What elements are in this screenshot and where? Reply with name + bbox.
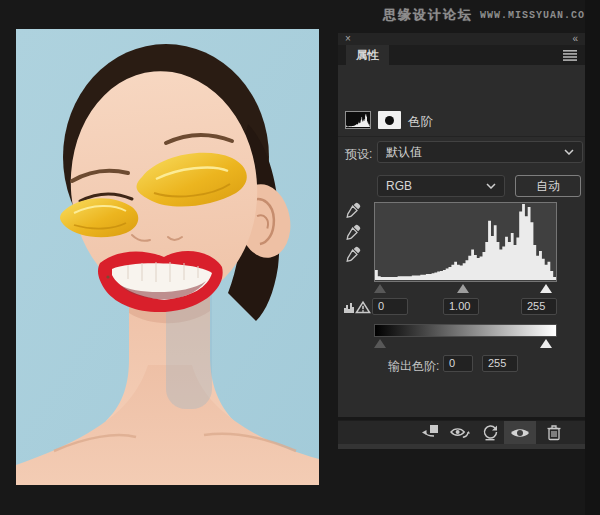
properties-panel: × « 属性 色阶 预设: 默认值 RGB (338, 33, 585, 417)
visibility-button[interactable] (504, 421, 536, 444)
panel-title-bar: × « (338, 33, 585, 45)
panel-bottom-edge[interactable] (338, 444, 585, 449)
preset-label: 预设: (345, 146, 372, 163)
auto-button[interactable]: 自动 (515, 175, 581, 197)
tab-properties[interactable]: 属性 (346, 45, 389, 65)
panel-menu-icon[interactable] (563, 50, 577, 61)
collapse-panel-icon[interactable]: « (572, 33, 578, 45)
gray-point-eyedropper-icon[interactable] (344, 223, 362, 241)
layer-mask-icon[interactable] (378, 111, 401, 129)
levels-histogram[interactable] (374, 202, 557, 282)
eye-icon (510, 427, 530, 439)
view-previous-state-icon[interactable] (450, 424, 470, 441)
close-icon[interactable]: × (345, 33, 351, 45)
input-highlight-field[interactable]: 255 (521, 298, 557, 315)
output-levels-label: 输出色阶: (388, 358, 439, 375)
delete-icon[interactable] (544, 424, 564, 441)
watermark: 思缘设计论坛 WWW.MISSYUAN.COM (383, 6, 592, 24)
clip-to-layer-icon[interactable] (420, 424, 440, 441)
watermark-site-name: 思缘设计论坛 (383, 6, 473, 24)
workspace-edge (585, 0, 600, 515)
document-canvas[interactable] (16, 29, 319, 485)
histogram-refresh-warning-icon[interactable] (343, 299, 371, 315)
panel-tab-strip: 属性 (338, 45, 585, 65)
levels-properties: 色阶 预设: 默认值 RGB 自动 (338, 65, 585, 412)
input-gamma-slider[interactable] (457, 284, 469, 293)
channel-select[interactable]: RGB (377, 175, 505, 197)
output-highlight-field[interactable]: 255 (482, 355, 518, 372)
chevron-down-icon (486, 183, 496, 189)
channel-value: RGB (386, 179, 412, 193)
reset-icon[interactable] (480, 424, 500, 441)
output-shadow-slider[interactable] (374, 339, 386, 348)
output-shadow-field[interactable]: 0 (443, 355, 473, 372)
output-highlight-slider[interactable] (540, 339, 552, 348)
input-shadow-field[interactable]: 0 (372, 298, 408, 315)
input-highlight-slider[interactable] (540, 284, 552, 293)
white-point-eyedropper-icon[interactable] (344, 245, 362, 263)
mask-dot (385, 116, 394, 125)
chevron-down-icon (564, 149, 574, 155)
preset-select[interactable]: 默认值 (377, 141, 583, 163)
adjustment-title: 色阶 (408, 114, 433, 131)
levels-adjustment-icon[interactable] (345, 111, 371, 129)
black-point-eyedropper-icon[interactable] (344, 201, 362, 219)
panel-toolbar (338, 421, 585, 444)
divider (338, 136, 585, 137)
input-shadow-slider[interactable] (374, 284, 386, 293)
photoshop-workspace: 思缘设计论坛 WWW.MISSYUAN.COM (0, 0, 600, 515)
input-gamma-field[interactable]: 1.00 (443, 298, 479, 315)
preset-value: 默认值 (386, 144, 422, 161)
output-gradient-bar (374, 324, 557, 337)
portrait-photo (16, 29, 319, 485)
watermark-site-url: WWW.MISSYUAN.COM (480, 10, 592, 21)
